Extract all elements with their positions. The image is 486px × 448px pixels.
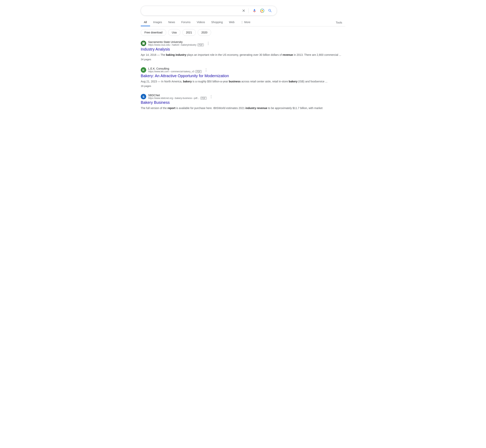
url-text-1: https://www.csus.edu › hattonl › bakeryi… — [148, 44, 196, 46]
tab-shopping[interactable]: Shopping — [208, 19, 226, 26]
tab-news[interactable]: News — [165, 19, 178, 26]
more-dots-icon: ⋮ — [241, 21, 243, 24]
tools-button[interactable]: Tools — [333, 19, 345, 26]
source-url-3: https://www.sbdcnet.org › bakery-busines… — [148, 97, 207, 99]
source-info-1: Sacramento State University https://www.… — [148, 40, 204, 46]
lens-icon — [260, 8, 264, 13]
favicon-2: K — [141, 67, 146, 73]
pdf-badge-3: PDF — [200, 97, 207, 99]
result-menu-2[interactable]: ⋮ — [203, 67, 209, 73]
tab-images[interactable]: Images — [150, 19, 165, 26]
filter-chips: Free download Usa 2021 2020 — [141, 29, 345, 36]
result-source-1: 🏛 Sacramento State University https://ww… — [141, 40, 345, 46]
result-title-2[interactable]: Bakery: An Attractive Opportunity for Mo… — [141, 74, 345, 78]
result-title-1[interactable]: Industry Analysis — [141, 47, 345, 51]
nav-tabs: All Images News Forums Videos Shopping W… — [141, 19, 345, 26]
search-submit-button[interactable] — [267, 8, 273, 13]
result-meta-2: 16 pages — [141, 85, 151, 88]
result-menu-1[interactable]: ⋮ — [206, 40, 211, 46]
source-url-1: https://www.csus.edu › hattonl › bakeryi… — [148, 44, 204, 46]
source-name-3: SBDCNet — [148, 94, 207, 97]
source-name-1: Sacramento State University — [148, 40, 204, 44]
result-snippet-3: The full version of the report is availa… — [141, 106, 345, 110]
search-bar-container: bakery industry statistics “PDF” ✕ — [141, 6, 345, 16]
filter-chip-2020[interactable]: 2020 — [198, 29, 211, 36]
result-menu-3[interactable]: ⋮ — [209, 94, 214, 99]
source-url-2: https://www.lek.com › commercial-bakery_… — [148, 70, 202, 73]
favicon-1: 🏛 — [141, 41, 146, 46]
tab-web[interactable]: Web — [226, 19, 238, 26]
filter-chip-usa[interactable]: Usa — [168, 29, 180, 36]
search-result-2: K L.E.K. Consulting https://www.lek.com … — [141, 67, 345, 88]
source-info-2: L.E.K. Consulting https://www.lek.com › … — [148, 67, 202, 73]
filter-chip-free-download[interactable]: Free download — [141, 29, 166, 36]
voice-search-button[interactable] — [252, 8, 257, 13]
favicon-3: S — [141, 94, 146, 99]
result-source-2: K L.E.K. Consulting https://www.lek.com … — [141, 67, 345, 73]
url-text-2: https://www.lek.com › commercial-bakery_… — [148, 70, 194, 73]
lens-search-button[interactable] — [259, 8, 265, 13]
tab-more[interactable]: ⋮ More — [238, 19, 253, 26]
search-input[interactable]: bakery industry statistics “PDF” — [145, 9, 240, 13]
source-info-3: SBDCNet https://www.sbdcnet.org › bakery… — [148, 94, 207, 99]
tab-all[interactable]: All — [141, 19, 150, 26]
result-title-3[interactable]: Bakery Business — [141, 100, 345, 105]
url-text-3: https://www.sbdcnet.org › bakery-busines… — [148, 97, 199, 99]
filter-chip-2021[interactable]: 2021 — [182, 29, 196, 36]
divider — [248, 8, 249, 13]
pdf-badge-2: PDF — [195, 70, 202, 73]
source-name-2: L.E.K. Consulting — [148, 67, 202, 70]
result-snippet-2: Aug 21, 2023 — In North America, bakery … — [141, 79, 345, 84]
result-meta-1: 34 pages — [141, 58, 151, 61]
tab-videos[interactable]: Videos — [194, 19, 208, 26]
mic-icon — [252, 8, 257, 13]
pdf-badge-1: PDF — [197, 44, 204, 46]
search-icon — [268, 8, 272, 13]
search-bar: bakery industry statistics “PDF” ✕ — [141, 6, 277, 16]
clear-search-icon[interactable]: ✕ — [242, 8, 245, 13]
result-snippet-1: Apr 14, 2016 — The baking industry plays… — [141, 53, 345, 57]
result-source-3: S SBDCNet https://www.sbdcnet.org › bake… — [141, 94, 345, 99]
search-result-3: S SBDCNet https://www.sbdcnet.org › bake… — [141, 94, 345, 110]
search-result-1: 🏛 Sacramento State University https://ww… — [141, 40, 345, 61]
tab-forums[interactable]: Forums — [178, 19, 194, 26]
svg-point-1 — [261, 10, 263, 11]
